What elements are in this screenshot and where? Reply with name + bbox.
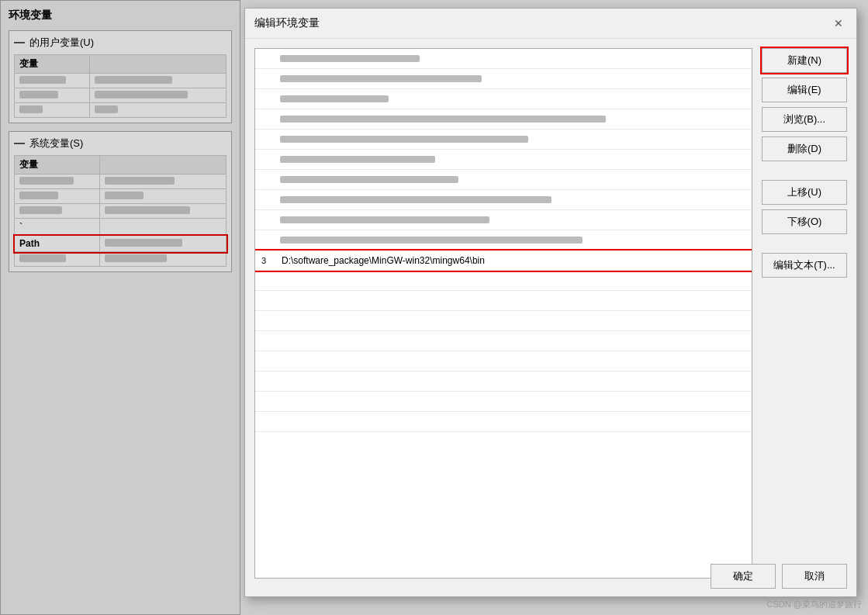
dialog-titlebar: 编辑环境变量 ✕ [245, 9, 856, 39]
list-item[interactable] [255, 170, 752, 190]
edit-button[interactable]: 编辑(E) [762, 78, 847, 102]
list-item[interactable] [255, 89, 752, 109]
action-buttons: 新建(N) 编辑(E) 浏览(B)... 删除(D) 上移(U) 下移(O) 编… [762, 48, 847, 579]
ok-button[interactable]: 确定 [711, 564, 776, 589]
dialog-body: 3 D:\software_package\MinGW-win32\mingw6… [245, 39, 856, 588]
move-down-button[interactable]: 下移(O) [762, 209, 847, 234]
selected-path-item[interactable]: 3 D:\software_package\MinGW-win32\mingw6… [255, 250, 752, 271]
path-list[interactable]: 3 D:\software_package\MinGW-win32\mingw6… [254, 48, 752, 579]
list-item[interactable] [255, 331, 752, 351]
list-item[interactable] [255, 109, 752, 130]
watermark: CSDN @菜鸟的追梦旅行 [767, 599, 862, 610]
list-item[interactable] [255, 190, 752, 210]
list-item[interactable] [255, 130, 752, 150]
list-item[interactable] [255, 371, 752, 392]
edit-text-button[interactable]: 编辑文本(T)... [762, 253, 847, 278]
spacer2 [762, 239, 847, 248]
list-item[interactable] [255, 392, 752, 412]
new-button[interactable]: 新建(N) [762, 48, 847, 73]
close-button[interactable]: ✕ [830, 15, 847, 32]
list-item[interactable] [255, 311, 752, 331]
list-item[interactable] [255, 291, 752, 311]
path-value: D:\software_package\MinGW-win32\mingw64\… [282, 255, 485, 266]
list-item[interactable] [255, 271, 752, 291]
list-item[interactable] [255, 69, 752, 89]
list-item[interactable] [255, 210, 752, 230]
edit-env-dialog: 编辑环境变量 ✕ [244, 8, 857, 597]
list-item[interactable] [255, 412, 752, 432]
spacer1 [762, 166, 847, 175]
list-item[interactable] [255, 150, 752, 170]
dialog-title: 编辑环境变量 [254, 16, 320, 30]
delete-button[interactable]: 删除(D) [762, 136, 847, 161]
bottom-bar: 确定 取消 [245, 556, 856, 596]
browse-button[interactable]: 浏览(B)... [762, 107, 847, 132]
move-up-button[interactable]: 上移(U) [762, 180, 847, 205]
list-item[interactable] [255, 351, 752, 371]
list-item[interactable] [255, 230, 752, 250]
cancel-button[interactable]: 取消 [782, 564, 847, 589]
list-item[interactable] [255, 49, 752, 69]
